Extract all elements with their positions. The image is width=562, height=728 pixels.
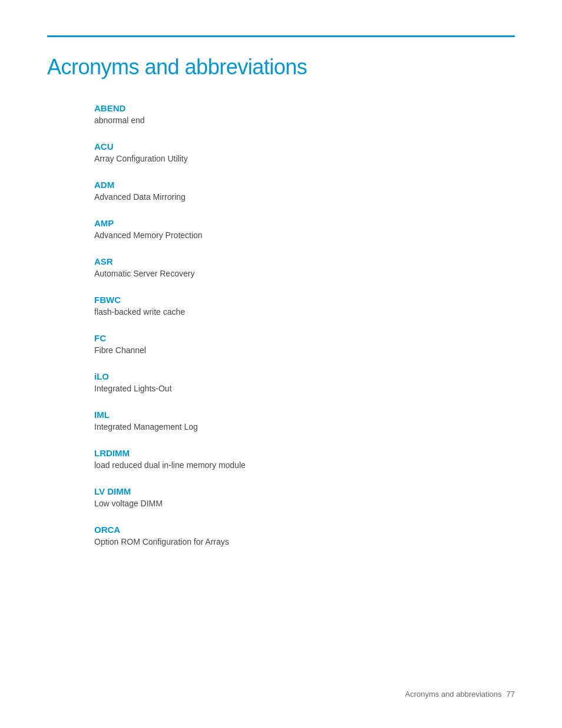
acronym-definition: flash-backed write cache (94, 307, 515, 317)
acronym-entry: ASRAutomatic Server Recovery (94, 256, 515, 278)
acronym-definition: Automatic Server Recovery (94, 269, 515, 278)
acronym-definition: Fibre Channel (94, 345, 515, 355)
acronym-entry: AMPAdvanced Memory Protection (94, 218, 515, 240)
footer: Acronyms and abbreviations 77 (405, 690, 515, 699)
acronym-definition: Array Configuration Utility (94, 154, 515, 163)
acronym-entry: ACUArray Configuration Utility (94, 141, 515, 163)
acronym-term: IML (94, 410, 515, 420)
acronym-definition: Integrated Management Log (94, 422, 515, 431)
acronym-term: FBWC (94, 295, 515, 305)
acronym-entry: LRDIMMload reduced dual in-line memory m… (94, 448, 515, 470)
acronym-entry: FCFibre Channel (94, 333, 515, 355)
acronym-entry: ORCAOption ROM Configuration for Arrays (94, 525, 515, 546)
acronym-entry: ABENDabnormal end (94, 103, 515, 125)
top-border (47, 35, 515, 37)
acronym-definition: Advanced Memory Protection (94, 230, 515, 240)
acronym-definition: load reduced dual in-line memory module (94, 460, 515, 470)
acronym-term: ACU (94, 141, 515, 151)
acronym-entry: FBWCflash-backed write cache (94, 295, 515, 317)
page-title: Acronyms and abbreviations (47, 55, 515, 80)
acronym-term: AMP (94, 218, 515, 228)
acronym-entry: iLOIntegrated Lights-Out (94, 371, 515, 393)
acronym-term: ADM (94, 180, 515, 190)
page-container: Acronyms and abbreviations ABENDabnormal… (0, 0, 562, 728)
footer-page-number: 77 (507, 690, 515, 699)
acronym-entry: IMLIntegrated Management Log (94, 410, 515, 431)
acronym-term: FC (94, 333, 515, 343)
acronym-definition: Advanced Data Mirroring (94, 192, 515, 202)
acronym-term: LRDIMM (94, 448, 515, 458)
acronym-term: LV DIMM (94, 486, 515, 496)
acronym-term: ASR (94, 256, 515, 266)
footer-text: Acronyms and abbreviations (405, 690, 502, 699)
acronym-entry: LV DIMMLow voltage DIMM (94, 486, 515, 508)
acronym-definition: Low voltage DIMM (94, 499, 515, 508)
acronym-entry: ADMAdvanced Data Mirroring (94, 180, 515, 202)
acronym-list: ABENDabnormal endACUArray Configuration … (94, 103, 515, 546)
acronym-term: ORCA (94, 525, 515, 535)
acronym-term: ABEND (94, 103, 515, 113)
acronym-definition: Option ROM Configuration for Arrays (94, 537, 515, 546)
acronym-definition: abnormal end (94, 116, 515, 125)
acronym-term: iLO (94, 371, 515, 381)
acronym-definition: Integrated Lights-Out (94, 384, 515, 393)
